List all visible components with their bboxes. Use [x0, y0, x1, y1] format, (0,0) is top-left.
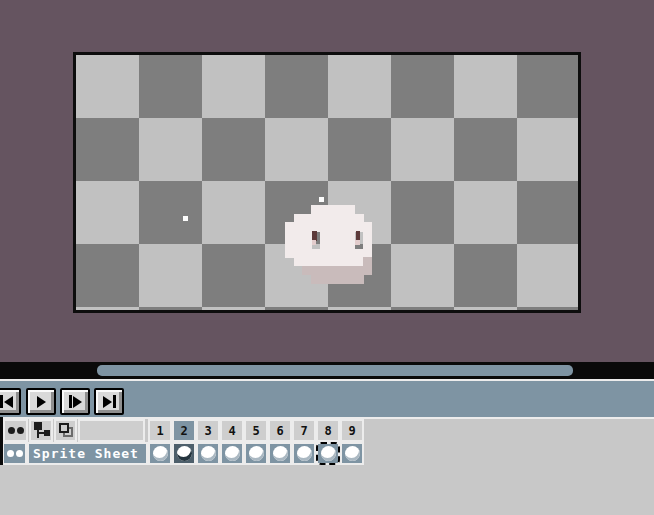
- triangle-right-bar-icon: [103, 396, 112, 408]
- filled-cel-dot: [345, 446, 360, 461]
- bar-triangle-right-icon: [69, 395, 72, 408]
- sparkle-particle: [319, 197, 324, 202]
- timeline-layer-options-button[interactable]: [29, 419, 53, 442]
- cel-9[interactable]: [340, 442, 364, 465]
- cel-7[interactable]: [292, 442, 316, 465]
- frame-number: 2: [180, 424, 187, 438]
- play-icon: [37, 396, 46, 408]
- sprite-pixel: [363, 266, 372, 275]
- layer-name-cell[interactable]: Sprite Sheet: [27, 442, 148, 465]
- frame-header-3[interactable]: 3: [196, 419, 220, 442]
- bar-triangle-right-icon: [73, 396, 82, 408]
- layer-visibility-toggle[interactable]: [2, 442, 27, 465]
- horizontal-scrollbar[interactable]: [0, 362, 654, 379]
- onion-skin-button[interactable]: [54, 419, 77, 442]
- frame-header-8[interactable]: 8: [316, 419, 340, 442]
- sprite-pixel: [355, 240, 359, 245]
- bar-triangle-left-icon: [0, 395, 3, 408]
- filled-cel-dot: [321, 446, 336, 461]
- triangle-right-bar-icon: [113, 395, 116, 408]
- cel-1[interactable]: [148, 442, 172, 465]
- frame-number: 6: [276, 424, 283, 438]
- branch-icon: [31, 421, 51, 440]
- frame-header-1[interactable]: 1: [148, 419, 172, 442]
- bar-triangle-left-icon: [4, 396, 13, 408]
- cel-6[interactable]: [268, 442, 292, 465]
- two-dots-icon: [4, 450, 25, 457]
- cel-3[interactable]: [196, 442, 220, 465]
- filled-cel-dot: [225, 446, 240, 461]
- cel-4[interactable]: [220, 442, 244, 465]
- timeline-visibility-button[interactable]: [3, 419, 28, 442]
- cel-2[interactable]: [172, 442, 196, 465]
- cel-8[interactable]: [316, 442, 340, 465]
- frame-header-4[interactable]: 4: [220, 419, 244, 442]
- frame-number: 1: [156, 424, 163, 438]
- cel-5[interactable]: [244, 442, 268, 465]
- header-spacer-cell: [78, 419, 145, 442]
- frame-number: 9: [348, 424, 355, 438]
- timeline-toolbar-band: attack01: [0, 381, 654, 417]
- sprite-pixel: [355, 275, 364, 284]
- filled-cel-dot: [297, 446, 312, 461]
- layer-name: Sprite Sheet: [29, 446, 139, 461]
- frame-header-5[interactable]: 5: [244, 419, 268, 442]
- filled-cel-dot: [201, 446, 216, 461]
- frame-header-7[interactable]: 7: [292, 419, 316, 442]
- frame-number: 3: [204, 424, 211, 438]
- filled-cel-dot: [273, 446, 288, 461]
- double-square-icon: [56, 421, 75, 440]
- app-window: attack01 123456789 Sprite Sheet: [0, 0, 654, 515]
- filled-cel-dot: [249, 446, 264, 461]
- sprite-pixel: [312, 240, 316, 245]
- timeline-panel: 123456789 Sprite Sheet: [0, 419, 654, 515]
- sparkle-particle: [183, 216, 188, 221]
- frame-header-9[interactable]: 9: [340, 419, 364, 442]
- frame-number: 7: [300, 424, 307, 438]
- frame-header-2[interactable]: 2: [172, 419, 196, 442]
- play-button[interactable]: [26, 388, 56, 415]
- sprite-canvas[interactable]: [73, 52, 581, 313]
- frame-header-6[interactable]: 6: [268, 419, 292, 442]
- scrollbar-thumb[interactable]: [97, 365, 573, 376]
- go-to-first-frame-button[interactable]: [0, 388, 21, 415]
- two-dots-icon: [5, 427, 26, 434]
- frame-number: 5: [252, 424, 259, 438]
- frame-number: 8: [324, 424, 331, 438]
- timeline-left-edge: [0, 417, 3, 465]
- step-forward-button[interactable]: [60, 388, 90, 415]
- go-to-last-frame-button[interactable]: [94, 388, 124, 415]
- filled-cel-dot: [177, 446, 192, 461]
- filled-cel-dot: [153, 446, 168, 461]
- frame-number: 4: [228, 424, 235, 438]
